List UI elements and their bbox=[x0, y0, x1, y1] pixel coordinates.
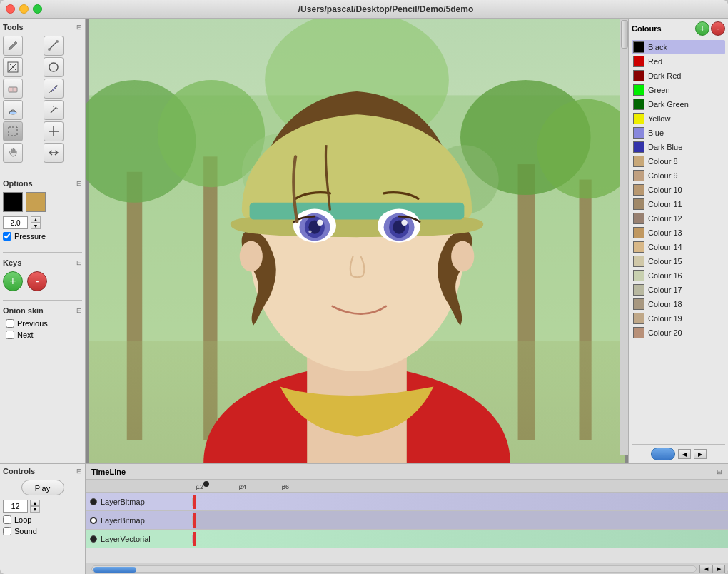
onion-title: Onion skin bbox=[3, 306, 44, 315]
tools-grid bbox=[3, 36, 82, 163]
fill-color-swatch[interactable] bbox=[26, 192, 46, 212]
colour-swatch-5 bbox=[633, 99, 644, 110]
track-content-3[interactable] bbox=[193, 530, 728, 548]
play-button[interactable]: Play bbox=[21, 480, 64, 495]
onion-pin-icon[interactable]: ⊟ bbox=[76, 307, 82, 314]
frame-down-btn[interactable]: ▼ bbox=[30, 506, 40, 513]
next-checkbox[interactable] bbox=[6, 331, 14, 339]
divider-2 bbox=[3, 252, 82, 253]
colour-swatch-3 bbox=[633, 70, 644, 81]
timeline-scroll-right[interactable]: ▶ bbox=[712, 565, 725, 573]
frame-up-btn[interactable]: ▲ bbox=[30, 500, 40, 506]
pencil-tool[interactable] bbox=[3, 36, 23, 56]
colour-item-3[interactable]: Dark Red bbox=[632, 69, 725, 83]
colour-item-7[interactable]: Blue bbox=[632, 126, 725, 140]
previous-checkbox[interactable] bbox=[6, 319, 14, 328]
colour-item-6[interactable]: Yellow bbox=[632, 111, 725, 126]
sound-checkbox[interactable] bbox=[3, 527, 11, 535]
sound-label: Sound bbox=[14, 527, 37, 535]
arrow-tool[interactable] bbox=[44, 143, 64, 163]
eyedropper-tool[interactable] bbox=[44, 79, 64, 99]
maximize-button[interactable] bbox=[33, 4, 42, 14]
window-title: /Users/pascal/Desktop/Pencil/Demo/5demo bbox=[49, 4, 722, 14]
canvas-scrollbar[interactable] bbox=[620, 19, 628, 455]
colour-name-19: Colour 18 bbox=[648, 300, 682, 308]
colour-swatch-6 bbox=[633, 113, 644, 124]
line-tool[interactable] bbox=[44, 36, 64, 56]
hand-tool[interactable] bbox=[3, 143, 23, 163]
colour-item-4[interactable]: Green bbox=[632, 83, 725, 97]
colour-item-15[interactable]: Colour 14 bbox=[632, 240, 725, 254]
pressure-checkbox[interactable] bbox=[3, 232, 11, 241]
timeline-scrollbar[interactable] bbox=[91, 565, 697, 573]
controls-header: Controls ⊟ bbox=[3, 467, 82, 475]
stroke-up-btn[interactable]: ▲ bbox=[31, 216, 41, 223]
rect-select-tool[interactable] bbox=[3, 121, 23, 141]
bucket-tool[interactable] bbox=[3, 100, 23, 120]
options-pin-icon[interactable]: ⊟ bbox=[76, 180, 82, 187]
colour-swatch-20 bbox=[633, 313, 644, 324]
colour-item-12[interactable]: Colour 11 bbox=[632, 197, 725, 211]
timeline-scroll-left[interactable]: ◀ bbox=[699, 565, 712, 573]
colour-item-9[interactable]: Colour 8 bbox=[632, 154, 725, 168]
frame-row: 12 ▲ ▼ bbox=[3, 500, 82, 513]
colour-name-10: Colour 9 bbox=[648, 171, 678, 180]
transform-tool[interactable] bbox=[44, 121, 64, 141]
pressure-row: Pressure bbox=[3, 232, 82, 241]
track-content-1[interactable] bbox=[193, 493, 728, 510]
colour-scroll-right[interactable]: ▶ bbox=[694, 449, 707, 459]
ruler-marks: 12 24 36 bbox=[86, 483, 728, 490]
wand-tool[interactable] bbox=[44, 100, 64, 120]
colour-item-20[interactable]: Colour 19 bbox=[632, 311, 725, 326]
close-button[interactable] bbox=[6, 4, 15, 14]
minimize-button[interactable] bbox=[19, 4, 29, 14]
add-colour-btn[interactable]: + bbox=[695, 21, 709, 36]
colour-item-17[interactable]: Colour 16 bbox=[632, 268, 725, 283]
loop-checkbox[interactable] bbox=[3, 515, 11, 524]
track-name-1: LayerBitmap bbox=[101, 498, 145, 506]
track-name-2: LayerBitmap bbox=[101, 516, 145, 525]
stroke-down-btn[interactable]: ▼ bbox=[31, 223, 41, 229]
frame-spinner: ▲ ▼ bbox=[30, 500, 40, 513]
remove-colour-btn[interactable]: - bbox=[711, 21, 725, 36]
tools-pin-icon[interactable]: ⊟ bbox=[76, 24, 82, 31]
canvas-scrollbar-thumb[interactable] bbox=[621, 20, 628, 49]
colour-item-18[interactable]: Colour 17 bbox=[632, 283, 725, 297]
track-dot-3 bbox=[90, 535, 97, 543]
select-tool[interactable] bbox=[3, 57, 23, 77]
controls-pin-icon[interactable]: ⊟ bbox=[76, 468, 82, 475]
colour-scroll-left[interactable]: ◀ bbox=[678, 449, 691, 459]
keys-pin-icon[interactable]: ⊟ bbox=[76, 259, 82, 266]
colour-item-14[interactable]: Colour 13 bbox=[632, 226, 725, 240]
colour-item-16[interactable]: Colour 15 bbox=[632, 254, 725, 268]
track-label-2: LayerBitmap bbox=[86, 516, 193, 525]
canvas-container[interactable] bbox=[86, 19, 628, 463]
bottom-area: Controls ⊟ Play 12 ▲ ▼ Loop Sound bbox=[0, 463, 728, 574]
eraser-tool[interactable] bbox=[3, 79, 23, 99]
timeline-pin-icon[interactable]: ⊟ bbox=[717, 468, 722, 475]
remove-key-btn[interactable]: - bbox=[27, 271, 47, 291]
stroke-width-input[interactable]: 2.0 bbox=[3, 216, 28, 229]
colour-item-10[interactable]: Colour 9 bbox=[632, 168, 725, 183]
colours-page-btn[interactable] bbox=[651, 448, 675, 460]
colour-item-2[interactable]: Red bbox=[632, 54, 725, 69]
tools-title: Tools bbox=[3, 23, 24, 31]
timeline-ruler: 12 24 36 bbox=[86, 480, 728, 493]
colour-item-19[interactable]: Colour 18 bbox=[632, 297, 725, 311]
colour-item-1[interactable]: Black bbox=[632, 40, 725, 54]
svg-point-40 bbox=[401, 219, 408, 226]
add-key-btn[interactable]: + bbox=[3, 271, 23, 291]
track-content-2[interactable] bbox=[193, 511, 728, 529]
colour-item-13[interactable]: Colour 12 bbox=[632, 211, 725, 226]
frame-input[interactable]: 12 bbox=[3, 500, 28, 513]
colour-item-5[interactable]: Dark Green bbox=[632, 97, 725, 111]
lasso-tool[interactable] bbox=[44, 57, 64, 77]
colour-item-11[interactable]: Colour 10 bbox=[632, 183, 725, 197]
stroke-color-swatch[interactable] bbox=[3, 192, 23, 212]
colour-item-21[interactable]: Colour 20 bbox=[632, 326, 725, 340]
colour-item-8[interactable]: Dark Blue bbox=[632, 140, 725, 154]
timeline-scrollbar-thumb[interactable] bbox=[93, 567, 136, 573]
previous-label: Previous bbox=[17, 319, 48, 328]
track-keyframe-2 bbox=[193, 513, 196, 528]
divider-3 bbox=[3, 300, 82, 301]
